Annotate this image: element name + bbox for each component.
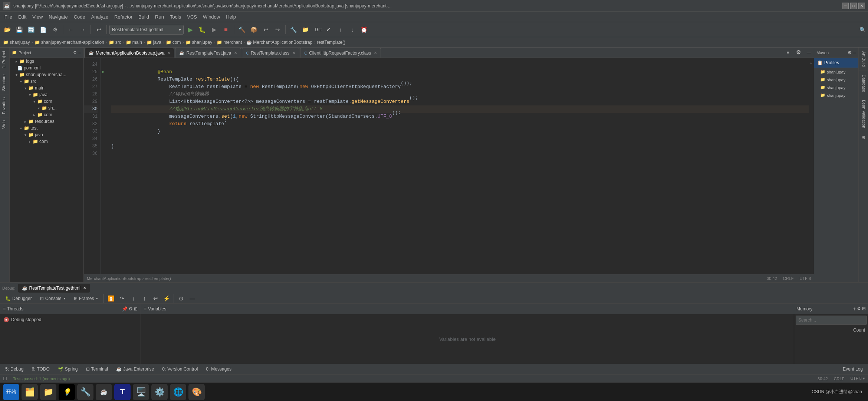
- debugger-tab[interactable]: 🐛 Debugger: [1, 294, 36, 303]
- build-artifact-button[interactable]: 🔨: [237, 25, 247, 35]
- frames-tab[interactable]: ⊞ Frames ▾: [70, 294, 102, 303]
- far-right-tab-artbuild[interactable]: Art Build: [859, 48, 868, 71]
- vlabel-project[interactable]: 1: Project: [0, 48, 9, 71]
- maven-settings-icon[interactable]: ⚙: [848, 50, 852, 55]
- menu-build[interactable]: Build: [135, 13, 152, 20]
- save-button[interactable]: 💾: [14, 25, 24, 35]
- menu-tools[interactable]: Tools: [167, 13, 184, 20]
- debug-breakpoints-button[interactable]: ⊙: [176, 293, 186, 304]
- tab-resttemplate-class[interactable]: C RestTemplate.class ✕: [242, 48, 299, 58]
- tree-item-java-test[interactable]: ▾ 📁 java: [10, 131, 83, 138]
- git-history-button[interactable]: ⏰: [359, 25, 369, 35]
- new-file-button[interactable]: 📄: [38, 25, 48, 35]
- menu-window[interactable]: Window: [200, 13, 223, 20]
- menu-navigate[interactable]: Navigate: [46, 13, 70, 20]
- tree-item-main[interactable]: ▾ 📁 main: [10, 85, 83, 91]
- taskbar-start-button[interactable]: 开始: [3, 384, 19, 400]
- memory-add-button[interactable]: +: [853, 306, 856, 312]
- tree-item-sh[interactable]: ▾ 📁 sh...: [10, 105, 83, 111]
- taskbar-t-button[interactable]: T: [114, 384, 131, 400]
- threads-settings-icon[interactable]: ⚙: [129, 306, 133, 312]
- tab-resttemplate-test[interactable]: ☕ RestTemplateTest.java ✕: [175, 48, 241, 58]
- debug-tab-file[interactable]: ☕ RestTemplateTest.gethtml ✕: [18, 284, 89, 293]
- project-structure-button[interactable]: 📁: [300, 25, 310, 35]
- far-right-tab-beanvalidation[interactable]: Bean Validation: [859, 96, 868, 132]
- tab-close-resttemplateclass[interactable]: ✕: [292, 51, 295, 55]
- maximize-button[interactable]: □: [850, 3, 857, 9]
- forward-button[interactable]: →: [78, 25, 88, 35]
- fold-all-button[interactable]: ▸: [810, 61, 812, 65]
- maven-item-shanjupay1[interactable]: 📁 shanjupay: [814, 68, 858, 76]
- taskbar-folder-button[interactable]: 📁: [40, 384, 56, 400]
- menu-vcs[interactable]: VCS: [184, 13, 200, 20]
- tree-item-logs[interactable]: ▸ 📁 logs: [10, 58, 83, 65]
- close-button[interactable]: ✕: [858, 3, 865, 9]
- menu-analyze[interactable]: Analyze: [88, 13, 111, 20]
- breadcrumb-java[interactable]: 📁 java: [147, 40, 161, 45]
- vlabel-web[interactable]: Web: [0, 117, 9, 131]
- menu-code[interactable]: Code: [71, 13, 88, 20]
- console-dropdown-icon[interactable]: ▾: [64, 297, 66, 300]
- debug-step-over-button[interactable]: ↷: [117, 293, 127, 304]
- git-pull-button[interactable]: ↓: [347, 25, 358, 35]
- menu-file[interactable]: File: [1, 13, 15, 20]
- bottom-tab-todo[interactable]: 6: TODO: [28, 365, 53, 374]
- tree-item-com[interactable]: ▾ 📁 com: [10, 98, 83, 105]
- threads-pin-icon[interactable]: 📌: [122, 306, 128, 312]
- taskbar-chrome-button[interactable]: 🌐: [170, 384, 186, 400]
- settings-button[interactable]: ⚙: [50, 25, 60, 35]
- tab-clienthttp-class[interactable]: C ClientHttpRequestFactory.class ✕: [300, 48, 381, 58]
- memory-search-input[interactable]: [796, 316, 867, 325]
- taskbar-java-button[interactable]: ☕: [96, 384, 112, 400]
- taskbar-art-button[interactable]: 🎨: [188, 384, 205, 400]
- taskbar-settings-button[interactable]: ⚙️: [151, 384, 168, 400]
- bean-gutter-icon[interactable]: ●: [102, 68, 104, 76]
- memory-expand-icon[interactable]: ⊞: [862, 306, 866, 312]
- debug-run-cursor-button[interactable]: ↩: [150, 293, 161, 304]
- tree-item-resources[interactable]: ▸ 📁 resources: [10, 118, 83, 125]
- tree-item-src[interactable]: ▾ 📁 src: [10, 78, 83, 85]
- bottom-tab-version-control[interactable]: 0: Version Control: [158, 365, 201, 374]
- menu-help[interactable]: Help: [223, 13, 239, 20]
- breadcrumb-com[interactable]: 📁 com: [166, 40, 181, 45]
- tree-item-test[interactable]: ▾ 📁 test: [10, 125, 83, 131]
- revert-button[interactable]: ↩: [93, 25, 104, 35]
- taskbar-terminal-button[interactable]: 🖥️: [133, 384, 149, 400]
- vlabel-structure[interactable]: Structure: [0, 71, 9, 94]
- debug-button[interactable]: 🐛: [197, 25, 207, 35]
- menu-edit[interactable]: Edit: [15, 13, 29, 20]
- open-file-button[interactable]: 📂: [2, 25, 13, 35]
- debug-tab-close[interactable]: ✕: [83, 286, 86, 290]
- editor-settings-button[interactable]: ⚙: [793, 48, 803, 58]
- breadcrumb-main[interactable]: 📁 main: [126, 40, 142, 45]
- threads-expand-icon[interactable]: ⊞: [134, 306, 138, 312]
- console-tab[interactable]: ⊡ Console ▾: [36, 294, 69, 303]
- coverage-button[interactable]: ▶: [209, 25, 219, 35]
- breadcrumb-merchant-app[interactable]: 📁 shanjupay-merchant-application: [34, 40, 104, 45]
- editor-collapse-button[interactable]: ─: [803, 48, 814, 58]
- debug-evaluate-button[interactable]: ⚡: [161, 293, 172, 304]
- breadcrumb-shanjupay2[interactable]: 📁 shanjupay: [185, 40, 213, 45]
- tree-settings-icon[interactable]: ⚙: [73, 50, 77, 55]
- tree-item-java[interactable]: ▾ 📁 java: [10, 91, 83, 98]
- breadcrumb-merchant[interactable]: 📁 merchant: [217, 40, 242, 45]
- run-button[interactable]: ▶: [185, 25, 195, 35]
- far-right-tab-mavenprojects[interactable]: m: [859, 132, 868, 143]
- breadcrumb-src[interactable]: 📁 src: [109, 40, 121, 45]
- maven-item-shanjupay2[interactable]: 📁 shanjupay: [814, 76, 858, 84]
- bottom-tab-debug[interactable]: 5: Debug: [1, 365, 27, 374]
- frames-dropdown-icon[interactable]: ▾: [96, 297, 98, 300]
- tab-close-resttemplatetest[interactable]: ✕: [234, 51, 237, 55]
- toolbar-redo-button[interactable]: ↪: [272, 25, 283, 35]
- maven-tab-profiles[interactable]: 📋 Profiles: [814, 58, 858, 68]
- menu-view[interactable]: View: [29, 13, 46, 20]
- sync-button[interactable]: 🔄: [26, 25, 36, 35]
- run-config-dropdown[interactable]: RestTemplateTest.gethtml ▾: [109, 25, 184, 35]
- toolbar-undo-button[interactable]: ↩: [260, 25, 271, 35]
- tree-item-pomxml[interactable]: 📄 pom.xml: [10, 65, 83, 71]
- bottom-tab-terminal[interactable]: ⊡ Terminal: [82, 365, 112, 374]
- taskbar-idea-button[interactable]: 💡: [59, 384, 75, 400]
- tab-close-bootstrap[interactable]: ✕: [167, 51, 170, 55]
- back-button[interactable]: ←: [66, 25, 76, 35]
- breadcrumb-shanjupay[interactable]: 📁 shanjupay: [3, 40, 30, 45]
